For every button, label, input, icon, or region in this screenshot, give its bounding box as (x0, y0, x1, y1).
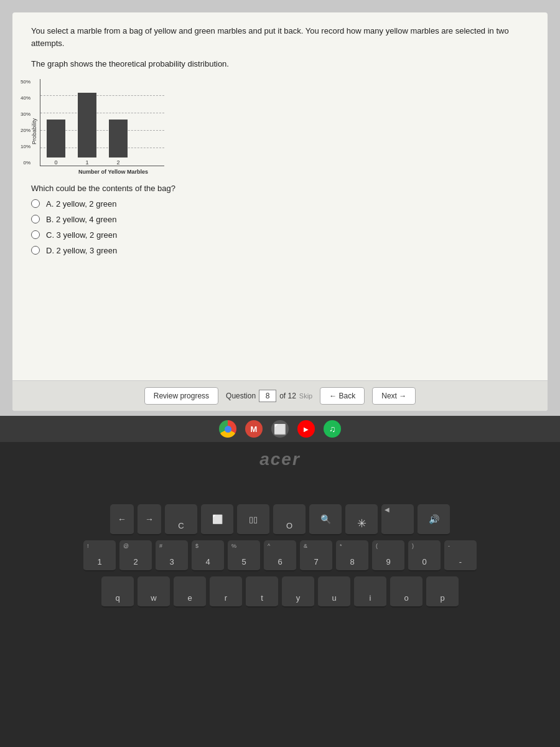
review-progress-button[interactable]: Review progress (144, 387, 218, 405)
key-at-2[interactable]: @2 (119, 540, 152, 571)
keyboard: ← → C ⬜ ▯▯ O 🔍 ✳ ◀ 🔊 !1 @2 (0, 486, 560, 747)
key-p[interactable]: p (426, 576, 459, 608)
bar-2-label: 2 (116, 159, 119, 166)
option-D-label: D. 2 yellow, 3 green (46, 246, 117, 255)
youtube-icon[interactable]: ▶ (297, 420, 315, 438)
key-hash-3[interactable]: #3 (156, 540, 188, 571)
bar-1-label: 1 (85, 159, 88, 166)
key-back-arrow[interactable]: ← (110, 504, 134, 535)
y-label-20: 20% (21, 128, 30, 133)
skip-label[interactable]: Skip (299, 392, 312, 400)
quiz-area: You select a marble from a bag of yellow… (12, 12, 548, 380)
question-number-box: 8 (259, 390, 276, 402)
key-search[interactable]: 🔍 (309, 504, 342, 535)
key-dollar-4[interactable]: $4 (192, 540, 224, 571)
option-B[interactable]: B. 2 yellow, 4 green (31, 215, 529, 224)
taskbar: M ⬜ ▶ ♫ (0, 416, 560, 442)
back-button[interactable]: ← Back (320, 387, 365, 405)
y-label-10: 10% (21, 144, 30, 149)
bottom-nav-bar: Review progress Question 8 of 12 Skip ← … (12, 380, 548, 411)
spotify-icon[interactable]: ♫ (324, 420, 341, 438)
y-label-0: 0% (21, 160, 30, 166)
chart-grid: 50% 40% 30% 20% 10% 0% 0 (40, 79, 164, 166)
options-section: Which could be the contents of the bag? … (31, 184, 529, 255)
option-B-label: B. 2 yellow, 4 green (46, 215, 116, 224)
key-y[interactable]: y (282, 576, 314, 608)
window-icon[interactable]: ⬜ (271, 420, 289, 438)
key-amp-7[interactable]: &7 (300, 540, 332, 571)
bar-2-rect (109, 120, 128, 157)
key-rparen-0[interactable]: )0 (408, 540, 441, 571)
keyboard-row-arrows-special: ← → C ⬜ ▯▯ O 🔍 ✳ ◀ 🔊 (110, 504, 450, 535)
bar-1: 1 (78, 93, 96, 166)
bar-0-label: 0 (54, 159, 57, 166)
key-O[interactable]: O (273, 504, 306, 535)
key-dual-rect[interactable]: ▯▯ (237, 504, 269, 535)
next-button[interactable]: Next → (372, 387, 416, 405)
gmail-icon[interactable]: M (245, 420, 263, 438)
x-axis-label: Number of Yellow Marbles (62, 169, 164, 175)
key-pct-5[interactable]: %5 (228, 540, 260, 571)
bar-1-rect (78, 93, 96, 157)
option-C-label: C. 3 yellow, 2 green (46, 230, 117, 240)
key-i[interactable]: i (354, 576, 386, 608)
key-forward-arrow[interactable]: → (138, 504, 161, 535)
which-text: Which could be the contents of the bag? (31, 184, 529, 193)
key-q[interactable]: q (101, 576, 134, 608)
radio-A[interactable] (31, 199, 40, 208)
key-o[interactable]: o (390, 576, 422, 608)
radio-C[interactable] (31, 230, 40, 239)
question-info: Question 8 of 12 Skip (226, 390, 312, 402)
bar-0: 0 (47, 120, 65, 166)
key-w[interactable]: w (138, 576, 170, 608)
y-axis-label: Probability (31, 88, 37, 175)
question-text-line1: You select a marble from a bag of yellow… (31, 25, 529, 49)
option-A[interactable]: A. 2 yellow, 2 green (31, 199, 529, 209)
keyboard-row-qwerty: q w e r t y u i o p (101, 576, 459, 608)
key-star[interactable]: ✳ (345, 504, 378, 535)
question-text-line2: The graph shows the theoretical probabil… (31, 58, 529, 70)
option-C[interactable]: C. 3 yellow, 2 green (31, 230, 529, 240)
key-e[interactable]: e (174, 576, 206, 608)
key-lparen-9[interactable]: (9 (372, 540, 404, 571)
key-caret-6[interactable]: ^6 (264, 540, 296, 571)
key-t[interactable]: t (246, 576, 278, 608)
key-r[interactable]: r (210, 576, 242, 608)
key-dash[interactable]: -- (444, 540, 477, 571)
key-backslash[interactable]: ◀ (381, 504, 414, 535)
option-A-label: A. 2 yellow, 2 green (46, 199, 116, 209)
bar-0-rect (47, 120, 65, 157)
key-star-8[interactable]: *8 (336, 540, 368, 571)
key-u[interactable]: u (318, 576, 350, 608)
key-exclaim-1[interactable]: !1 (83, 540, 116, 571)
acer-brand-logo: acer (259, 449, 301, 469)
keyboard-row-numbers: !1 @2 #3 $4 %5 ^6 &7 *8 (9 )0 -- (83, 540, 477, 571)
question-label: Question (226, 392, 256, 400)
key-volume[interactable]: 🔊 (418, 504, 450, 535)
laptop-screen: You select a marble from a bag of yellow… (0, 0, 560, 423)
bar-2: 2 (109, 120, 128, 166)
y-label-30: 30% (21, 111, 30, 117)
key-square[interactable]: ⬜ (201, 504, 233, 535)
option-D[interactable]: D. 2 yellow, 3 green (31, 246, 529, 255)
y-label-50: 50% (21, 79, 30, 85)
radio-B[interactable] (31, 215, 40, 223)
y-label-40: 40% (21, 95, 30, 101)
browser-window: You select a marble from a bag of yellow… (12, 12, 548, 411)
chrome-icon[interactable] (219, 420, 236, 438)
of-label: of 12 (279, 392, 296, 400)
radio-D[interactable] (31, 246, 40, 255)
probability-chart: Probability 50% (31, 79, 529, 175)
key-C[interactable]: C (165, 504, 197, 535)
